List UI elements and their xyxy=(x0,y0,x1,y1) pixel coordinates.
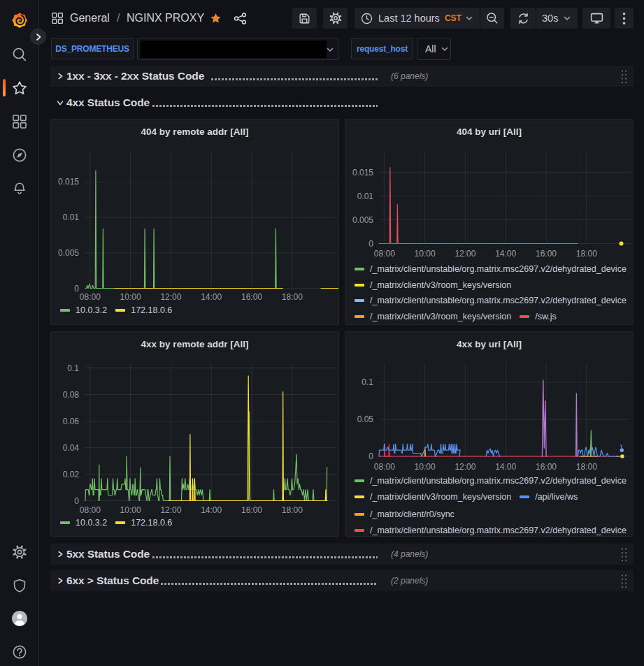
svg-text:18:00: 18:00 xyxy=(576,249,597,259)
svg-text:0.01: 0.01 xyxy=(63,212,80,222)
svg-text:16:00: 16:00 xyxy=(241,292,262,302)
svg-text:12:00: 12:00 xyxy=(160,292,181,302)
svg-text:18:00: 18:00 xyxy=(576,462,597,472)
svg-text:0.015: 0.015 xyxy=(58,177,79,187)
svg-text:0: 0 xyxy=(368,451,373,461)
svg-text:0.05: 0.05 xyxy=(357,414,374,424)
svg-text:16:00: 16:00 xyxy=(536,249,557,259)
svg-text:14:00: 14:00 xyxy=(201,505,222,515)
svg-text:16:00: 16:00 xyxy=(241,505,262,515)
svg-text:12:00: 12:00 xyxy=(455,462,475,472)
svg-text:08:00: 08:00 xyxy=(80,505,101,515)
svg-text:0: 0 xyxy=(74,496,79,506)
svg-text:0.08: 0.08 xyxy=(63,390,80,400)
svg-text:10:00: 10:00 xyxy=(415,249,436,259)
svg-text:0: 0 xyxy=(368,239,373,249)
svg-text:0: 0 xyxy=(74,284,79,294)
svg-text:0.02: 0.02 xyxy=(63,470,80,479)
svg-text:18:00: 18:00 xyxy=(282,505,303,515)
svg-text:10:00: 10:00 xyxy=(415,462,436,472)
svg-text:0.005: 0.005 xyxy=(352,215,373,225)
svg-text:10:00: 10:00 xyxy=(120,292,141,302)
svg-text:0.1: 0.1 xyxy=(362,377,373,387)
svg-text:12:00: 12:00 xyxy=(455,249,475,259)
svg-text:12:00: 12:00 xyxy=(160,505,181,515)
svg-text:0.005: 0.005 xyxy=(58,248,79,258)
svg-text:08:00: 08:00 xyxy=(80,292,101,302)
svg-text:08:00: 08:00 xyxy=(374,249,395,259)
svg-text:0.1: 0.1 xyxy=(67,363,79,373)
svg-text:08:00: 08:00 xyxy=(374,462,395,472)
svg-text:14:00: 14:00 xyxy=(495,462,516,472)
svg-text:0.06: 0.06 xyxy=(63,417,80,426)
svg-text:18:00: 18:00 xyxy=(282,292,303,302)
svg-text:16:00: 16:00 xyxy=(536,462,557,472)
svg-text:0.01: 0.01 xyxy=(357,191,374,201)
svg-text:0.04: 0.04 xyxy=(63,443,80,453)
svg-text:14:00: 14:00 xyxy=(495,249,516,259)
svg-text:14:00: 14:00 xyxy=(201,292,222,302)
svg-text:0.015: 0.015 xyxy=(352,168,373,178)
svg-text:10:00: 10:00 xyxy=(120,505,141,515)
